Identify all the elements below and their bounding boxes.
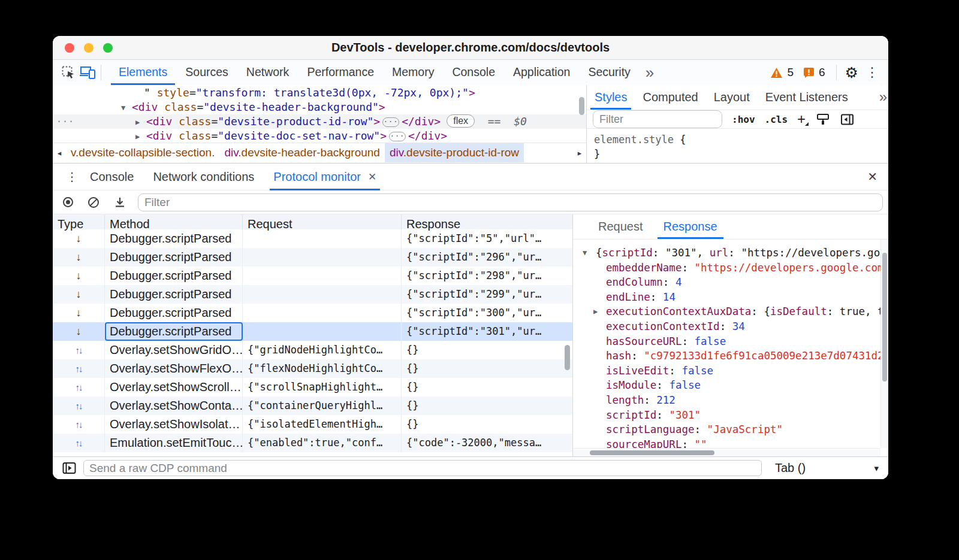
json-line[interactable]: endColumn: 4 [573, 275, 880, 290]
json-line[interactable]: length: 212 [573, 393, 880, 408]
json-line[interactable]: hash: "c9792133d1fe6f91ca05009e213e7d074… [573, 349, 880, 364]
json-line[interactable]: scriptLanguage: "JavaScript" [573, 422, 880, 437]
tree-line[interactable]: ▶<div class="devsite-doc-set-nav-row">··… [53, 129, 586, 143]
styles-filter-input[interactable] [593, 110, 722, 128]
request-cell: {"enabled":true,"conf… [243, 434, 402, 452]
json-line[interactable]: isLiveEdit: false [573, 364, 880, 379]
table-row[interactable]: ↓Debugger.scriptParsed{"scriptId":"5","u… [53, 229, 572, 248]
tree-line[interactable]: " style="transform: translate3d(0px, -72… [53, 86, 586, 100]
method-cell: Overlay.setShowIsolat… [105, 415, 243, 434]
breadcrumb-item[interactable]: v.devsite-collapsible-section. [66, 143, 219, 162]
tree-line[interactable]: ···▶<div class="devsite-product-id-row">… [53, 114, 586, 129]
drawer-tabs: ConsoleNetwork conditionsProtocol monito… [80, 164, 386, 190]
table-row[interactable]: ↓Debugger.scriptParsed{"scriptId":"296",… [53, 248, 572, 267]
detail-tab-request[interactable]: Request [591, 214, 650, 239]
tab-application[interactable]: Application [504, 60, 579, 85]
table-scrollbar-thumb[interactable] [565, 345, 570, 370]
new-style-rule-icon[interactable]: + [797, 113, 806, 125]
tab-network[interactable]: Network [237, 60, 298, 85]
toggle-element-state-button[interactable]: :hov [732, 114, 755, 125]
line-options-icon: ··· [56, 114, 74, 129]
breadcrumb-item[interactable]: div.devsite-header-background [219, 143, 384, 162]
record-button[interactable] [63, 197, 73, 207]
detail-tab-response[interactable]: Response [656, 214, 725, 239]
response-cell: {"scriptId":"301","ur… [402, 322, 572, 341]
table-row[interactable]: ↑↓Overlay.setShowConta…{"containerQueryH… [53, 396, 572, 415]
breadcrumb-item[interactable]: div.devsite-product-id-row [385, 143, 524, 162]
json-line[interactable]: endLine: 14 [573, 290, 880, 305]
table-row[interactable]: ↓Debugger.scriptParsed{"scriptId":"300",… [53, 304, 572, 322]
json-line[interactable]: embedderName: "https://developers.google… [573, 261, 880, 276]
detail-horizontal-scrollbar-thumb[interactable] [590, 450, 714, 455]
detail-vertical-scrollbar-thumb[interactable] [882, 253, 887, 382]
inspect-element-icon[interactable] [59, 63, 78, 82]
method-cell: Debugger.scriptParsed [105, 322, 243, 341]
json-line[interactable]: hasSourceURL: false [573, 334, 880, 349]
element-classes-button[interactable]: .cls [765, 114, 788, 125]
device-toolbar-icon[interactable] [78, 63, 97, 82]
response-cell: {"scriptId":"299","ur… [402, 285, 572, 304]
computed-styles-sidebar-toggle-icon[interactable] [840, 113, 854, 126]
tab-memory[interactable]: Memory [383, 60, 443, 85]
detail-vertical-scrollbar[interactable] [880, 240, 888, 448]
drawer-kebab-menu-icon[interactable]: ⋮ [64, 169, 80, 184]
table-row[interactable]: ↑↓Overlay.setShowFlexO…{"flexNodeHighlig… [53, 359, 572, 378]
traffic-lights [65, 43, 113, 53]
json-line[interactable]: executionContextId: 34 [573, 319, 880, 334]
json-line[interactable]: ▶executionContextAuxData: {isDefault: tr… [573, 304, 880, 319]
kebab-menu-icon[interactable]: ⋮ [863, 66, 881, 79]
styles-tab-event-listeners[interactable]: Event Listeners [758, 85, 856, 110]
expand-editor-icon[interactable] [62, 462, 76, 474]
protocol-filter-input[interactable] [138, 193, 883, 211]
breadcrumb-scroll-left-icon[interactable]: ◂ [53, 149, 66, 158]
table-row[interactable]: ↓Debugger.scriptParsed{"scriptId":"298",… [53, 267, 572, 285]
json-line[interactable]: sourceMapURL: "" [573, 437, 880, 448]
styles-tab-styles[interactable]: Styles [587, 85, 635, 110]
drawer-tab-network-conditions[interactable]: Network conditions [143, 164, 264, 190]
top-panes: " style="transform: translate3d(0px, -72… [53, 85, 888, 163]
rendering-emulations-icon[interactable] [816, 113, 830, 126]
tab-security[interactable]: Security [579, 60, 639, 85]
more-panels-icon[interactable]: » [640, 61, 660, 84]
drawer-tab-protocol-monitor[interactable]: Protocol monitor✕ [264, 164, 386, 190]
message-type-cell: ↑↓ [53, 434, 105, 452]
table-row[interactable]: ↑↓Overlay.setShowScroll…{"scrollSnapHigh… [53, 378, 572, 396]
clear-icon[interactable] [88, 196, 99, 208]
styles-tab-layout[interactable]: Layout [706, 85, 758, 110]
issue-count: 6 [819, 66, 825, 79]
close-window-button[interactable] [65, 43, 74, 53]
drawer-tab-console[interactable]: Console [80, 164, 143, 190]
table-row[interactable]: ↓Debugger.scriptParsed{"scriptId":"301",… [53, 322, 572, 341]
tab-console[interactable]: Console [443, 60, 504, 85]
table-row[interactable]: ↑↓Overlay.setShowIsolat…{"isolatedElemen… [53, 415, 572, 434]
table-row[interactable]: ↑↓Overlay.setShowGridO…{"gridNodeHighlig… [53, 341, 572, 359]
cdp-command-input[interactable] [83, 460, 762, 476]
target-selector[interactable]: Tab () [775, 461, 806, 475]
minimize-window-button[interactable] [84, 43, 94, 53]
response-cell: {"code":-32000,"messa… [402, 434, 572, 452]
tree-line[interactable]: ▼<div class="devsite-header-background"> [53, 100, 586, 114]
more-styles-tabs-icon[interactable]: » [879, 85, 888, 110]
target-dropdown-chevron-icon[interactable]: ▾ [874, 463, 879, 474]
close-drawer-icon[interactable]: ✕ [867, 169, 877, 184]
zoom-window-button[interactable] [103, 43, 113, 53]
issues-badge[interactable]: 6 [801, 66, 828, 79]
elements-scrollbar-thumb[interactable] [579, 97, 584, 115]
save-icon[interactable] [114, 196, 126, 208]
sent-received-arrows-icon: ↑↓ [76, 382, 82, 392]
collapse-icon: ▼ [121, 101, 132, 115]
settings-gear-icon[interactable]: ⚙ [845, 65, 858, 80]
warnings-badge[interactable]: 5 [768, 66, 796, 79]
element-style-rule[interactable]: element.style {} [587, 129, 888, 165]
detail-horizontal-scrollbar[interactable] [573, 448, 880, 456]
json-line[interactable]: scriptId: "301" [573, 408, 880, 423]
tab-performance[interactable]: Performance [298, 60, 383, 85]
table-row[interactable]: ↓Debugger.scriptParsed{"scriptId":"299",… [53, 285, 572, 304]
tab-elements[interactable]: Elements [110, 60, 176, 85]
json-line[interactable]: ▼{scriptId: "301", url: "https://develop… [573, 246, 880, 261]
breadcrumb-scroll-right-icon[interactable]: ▸ [573, 149, 586, 158]
tab-sources[interactable]: Sources [176, 60, 237, 85]
json-line[interactable]: isModule: false [573, 378, 880, 393]
styles-tab-computed[interactable]: Computed [635, 85, 705, 110]
table-row[interactable]: ↑↓Emulation.setEmitTouc…{"enabled":true,… [53, 434, 572, 452]
